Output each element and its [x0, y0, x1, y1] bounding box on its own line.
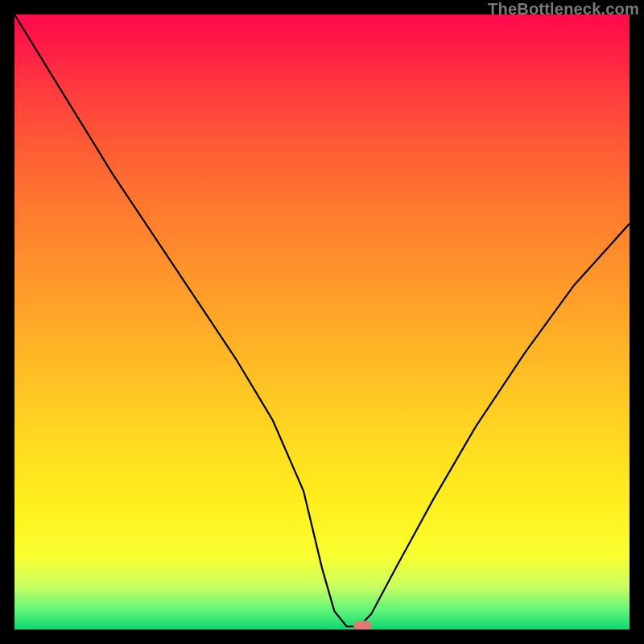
- bottleneck-curve: [14, 14, 630, 630]
- watermark-text: TheBottleneck.com: [488, 0, 639, 19]
- plot-area: [14, 14, 630, 630]
- chart-stage: TheBottleneck.com: [0, 0, 644, 644]
- minimum-marker: [353, 621, 371, 630]
